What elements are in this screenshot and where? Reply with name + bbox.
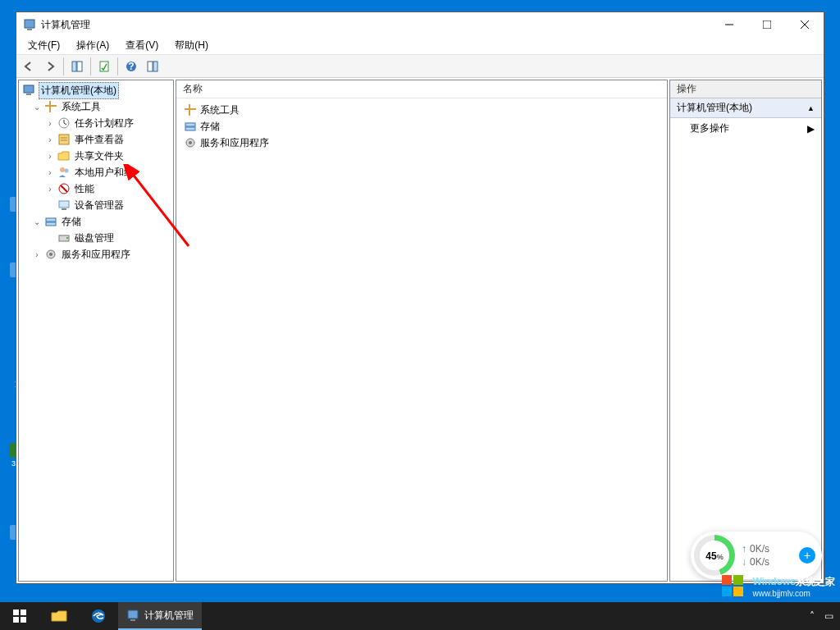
show-hide-action-button[interactable] xyxy=(143,57,162,76)
system-tray: ˄ ▭ xyxy=(810,610,840,622)
chevron-up-icon: ▲ xyxy=(807,104,815,112)
start-button[interactable] xyxy=(0,602,39,630)
upload-icon: ↑ xyxy=(742,543,746,555)
taskbar-explorer[interactable] xyxy=(39,602,79,630)
list-item-system-tools[interactable]: 系统工具 xyxy=(180,102,664,118)
tree-root[interactable]: 计算机管理(本地) xyxy=(21,82,171,98)
maximize-button[interactable] xyxy=(748,12,786,37)
folder-icon xyxy=(51,609,67,623)
actions-more[interactable]: 更多操作 ▶ xyxy=(670,118,821,139)
app-icon xyxy=(23,18,36,31)
expand-icon[interactable]: › xyxy=(45,152,55,161)
titlebar[interactable]: 计算机管理 xyxy=(16,12,824,37)
svg-rect-35 xyxy=(185,127,195,130)
svg-rect-46 xyxy=(21,617,26,623)
svg-rect-41 xyxy=(722,587,732,596)
close-button[interactable] xyxy=(786,12,824,37)
watermark-prefix: Windows xyxy=(752,576,796,587)
tree-device-manager[interactable]: › 设备管理器 xyxy=(21,197,171,213)
menu-view[interactable]: 查看(V) xyxy=(119,37,165,54)
svg-rect-26 xyxy=(46,218,56,221)
tree-services-apps[interactable]: › 服务和应用程序 xyxy=(21,246,171,262)
storage-icon xyxy=(44,215,57,228)
tray-chevron-icon[interactable]: ˄ xyxy=(810,610,815,622)
download-icon: ↓ xyxy=(742,556,746,568)
collapse-icon[interactable]: ⌄ xyxy=(32,103,42,112)
svg-point-37 xyxy=(189,141,192,144)
clock-icon xyxy=(57,116,71,130)
tree-disk-management[interactable]: › 磁盘管理 xyxy=(21,230,171,246)
expand-icon[interactable]: › xyxy=(45,135,55,144)
chevron-right-icon: ▶ xyxy=(807,123,815,135)
properties-button[interactable] xyxy=(94,57,114,76)
svg-point-31 xyxy=(49,253,52,256)
expand-icon[interactable]: › xyxy=(45,185,55,194)
list-panel: 名称 系统工具 存储 服务和应用程序 xyxy=(176,80,668,582)
show-hide-tree-button[interactable] xyxy=(67,57,87,76)
svg-rect-11 xyxy=(148,62,153,71)
usage-percent-suffix: % xyxy=(717,553,724,561)
users-icon xyxy=(57,166,71,179)
forward-button[interactable] xyxy=(40,57,60,76)
minimize-button[interactable] xyxy=(710,12,748,37)
tree-shared-folders[interactable]: › 共享文件夹 xyxy=(21,148,171,164)
event-icon xyxy=(57,133,71,146)
actions-header: 操作 xyxy=(670,80,821,98)
tree-system-tools[interactable]: ⌄ 系统工具 xyxy=(21,98,171,115)
expand-icon[interactable]: › xyxy=(45,168,55,177)
list-item-label: 存储 xyxy=(200,120,220,134)
svg-rect-1 xyxy=(27,29,32,30)
svg-point-22 xyxy=(65,169,69,173)
list-item-services[interactable]: 服务和应用程序 xyxy=(180,135,664,151)
collapse-icon[interactable]: ⌄ xyxy=(32,217,42,226)
svg-rect-7 xyxy=(77,62,82,71)
download-speed: 0K/s xyxy=(750,556,769,568)
edge-icon xyxy=(91,609,106,623)
svg-rect-42 xyxy=(733,587,743,596)
expand-widget-button[interactable]: + xyxy=(799,547,815,564)
usage-donut: 45% xyxy=(694,535,735,576)
app-icon xyxy=(126,609,139,622)
actions-panel: 操作 计算机管理(本地) ▲ 更多操作 ▶ xyxy=(669,80,822,582)
expand-icon[interactable]: › xyxy=(32,250,42,259)
actions-more-label: 更多操作 xyxy=(690,121,729,135)
actions-section-label: 计算机管理(本地) xyxy=(677,101,752,115)
storage-icon xyxy=(184,120,197,133)
menu-action[interactable]: 操作(A) xyxy=(70,37,116,54)
tree-event-viewer[interactable]: › 事件查看器 xyxy=(21,131,171,148)
menu-help[interactable]: 帮助(H) xyxy=(168,37,215,54)
tray-network-icon[interactable]: ▭ xyxy=(824,610,833,622)
tree-performance[interactable]: › 性能 xyxy=(21,180,171,197)
help-button[interactable]: ? xyxy=(121,57,141,76)
watermark: Windows系统之家 www.bjjmlv.com xyxy=(719,573,835,600)
tree-label: 服务和应用程序 xyxy=(60,247,132,262)
taskbar: 计算机管理 ˄ ▭ xyxy=(0,602,840,630)
tree-body: 计算机管理(本地) ⌄ 系统工具 › 任务计划程序 › 事件查看器 xyxy=(19,80,173,264)
tree-label: 任务计划程序 xyxy=(73,116,135,131)
svg-rect-24 xyxy=(59,201,69,208)
tree-local-users-groups[interactable]: › 本地用户和组 xyxy=(21,164,171,180)
svg-rect-14 xyxy=(26,94,31,95)
back-button[interactable] xyxy=(19,57,39,76)
list-column-header[interactable]: 名称 xyxy=(176,80,667,98)
tree-label: 本地用户和组 xyxy=(73,165,135,180)
tree-label: 存储 xyxy=(60,214,83,230)
actions-section-title[interactable]: 计算机管理(本地) ▲ xyxy=(670,98,821,118)
tree-storage[interactable]: ⌄ 存储 xyxy=(21,213,171,230)
device-icon xyxy=(57,199,71,212)
tree-label: 共享文件夹 xyxy=(73,148,126,164)
svg-rect-27 xyxy=(46,222,56,226)
taskbar-edge[interactable] xyxy=(79,602,118,630)
menu-file[interactable]: 文件(F) xyxy=(21,37,66,54)
taskbar-active-task[interactable]: 计算机管理 xyxy=(118,602,202,630)
svg-rect-25 xyxy=(62,208,66,210)
tree-task-scheduler[interactable]: › 任务计划程序 xyxy=(21,115,171,131)
tree-label: 磁盘管理 xyxy=(73,231,116,246)
svg-rect-3 xyxy=(763,21,771,29)
list-item-storage[interactable]: 存储 xyxy=(180,118,664,135)
svg-rect-39 xyxy=(722,575,732,585)
expand-icon[interactable]: › xyxy=(45,119,55,128)
taskbar-task-label: 计算机管理 xyxy=(144,609,194,623)
performance-icon xyxy=(57,182,71,195)
tree-label: 性能 xyxy=(73,181,96,197)
